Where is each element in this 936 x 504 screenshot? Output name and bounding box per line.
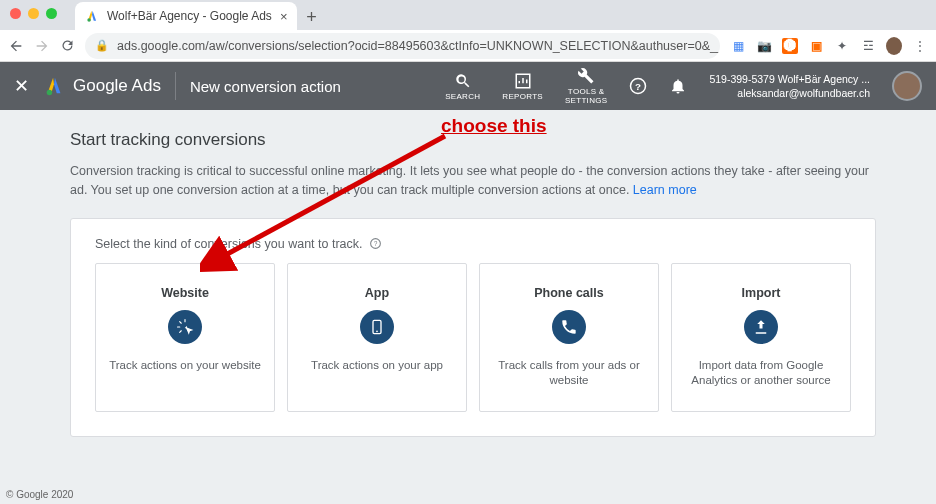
intro-body: Conversion tracking is critical to succe… — [70, 164, 869, 197]
google-ads-header: ✕ Google Ads New conversion action SEARC… — [0, 62, 936, 110]
card-title: Import — [684, 286, 838, 300]
brand-text: Google Ads — [73, 76, 161, 96]
page-content: Start tracking conversions Conversion tr… — [0, 110, 936, 437]
minimize-window-icon[interactable] — [28, 8, 39, 19]
divider — [175, 72, 176, 100]
reload-button[interactable] — [60, 38, 75, 53]
extensions-menu-icon[interactable]: ✦ — [834, 38, 850, 54]
svg-text:?: ? — [635, 81, 641, 92]
help-tooltip-icon[interactable]: ? — [369, 237, 382, 250]
extension-icon[interactable]: 📷 — [756, 38, 772, 54]
svg-point-7 — [376, 330, 378, 332]
back-button[interactable] — [8, 38, 24, 54]
url-text: ads.google.com/aw/conversions/selection?… — [117, 39, 720, 53]
address-bar[interactable]: 🔒 ads.google.com/aw/conversions/selectio… — [85, 33, 720, 59]
tools-button[interactable]: TOOLS & SETTINGS — [565, 67, 607, 105]
tools-icon — [577, 67, 595, 85]
browser-toolbar: 🔒 ads.google.com/aw/conversions/selectio… — [0, 30, 936, 62]
help-icon[interactable]: ? — [629, 77, 647, 95]
cursor-click-icon — [168, 310, 202, 344]
extension-icon[interactable]: ⓿ — [782, 38, 798, 54]
page-title: New conversion action — [190, 78, 341, 95]
extensions-area: ▦ 📷 ⓿ ▣ ✦ ☲ ⋮ — [730, 38, 928, 54]
profile-avatar[interactable] — [886, 38, 902, 54]
conversion-cards: Website Track actions on your website Ap… — [95, 263, 851, 412]
svg-point-1 — [47, 90, 53, 96]
notifications-icon[interactable] — [669, 77, 687, 95]
footer-text: © Google 2020 — [6, 489, 73, 500]
conversion-panel: Select the kind of conversions you want … — [70, 218, 876, 437]
phone-app-icon — [360, 310, 394, 344]
card-app[interactable]: App Track actions on your app — [287, 263, 467, 412]
forward-button[interactable] — [34, 38, 50, 54]
lock-icon: 🔒 — [95, 39, 109, 52]
card-desc: Track calls from your ads or website — [492, 358, 646, 389]
reports-button[interactable]: REPORTS — [502, 72, 543, 101]
reading-list-icon[interactable]: ☲ — [860, 38, 876, 54]
search-icon — [454, 72, 472, 90]
maximize-window-icon[interactable] — [46, 8, 57, 19]
reports-label: REPORTS — [502, 92, 543, 101]
google-ads-logo-icon — [43, 75, 65, 97]
card-title: Website — [108, 286, 262, 300]
account-info[interactable]: 519-399-5379 Wolf+Bär Agency ... aleksan… — [709, 72, 870, 100]
page-heading: Start tracking conversions — [70, 130, 876, 150]
tab-title: Wolf+Bär Agency - Google Ads — [107, 9, 272, 23]
svg-point-0 — [87, 18, 91, 22]
chrome-tab-strip: Wolf+Bär Agency - Google Ads × + — [0, 0, 936, 30]
chrome-menu-icon[interactable]: ⋮ — [912, 38, 928, 54]
close-window-icon[interactable] — [10, 8, 21, 19]
tools-label: TOOLS & SETTINGS — [565, 87, 607, 105]
account-line1: 519-399-5379 Wolf+Bär Agency ... — [709, 72, 870, 86]
upload-icon — [744, 310, 778, 344]
search-button[interactable]: SEARCH — [445, 72, 480, 101]
card-desc: Track actions on your website — [108, 358, 262, 374]
intro-text: Conversion tracking is critical to succe… — [70, 162, 876, 200]
new-tab-button[interactable]: + — [297, 7, 325, 30]
browser-tab[interactable]: Wolf+Bär Agency - Google Ads × — [75, 2, 297, 30]
extension-icon[interactable]: ▣ — [808, 38, 824, 54]
card-phone-calls[interactable]: Phone calls Track calls from your ads or… — [479, 263, 659, 412]
reports-icon — [514, 72, 532, 90]
search-label: SEARCH — [445, 92, 480, 101]
browser-chrome: Wolf+Bär Agency - Google Ads × + 🔒 ads.g… — [0, 0, 936, 62]
account-line2: aleksandar@wolfundbaer.ch — [709, 86, 870, 100]
select-label-text: Select the kind of conversions you want … — [95, 237, 363, 251]
card-website[interactable]: Website Track actions on your website — [95, 263, 275, 412]
learn-more-link[interactable]: Learn more — [633, 183, 697, 197]
card-title: Phone calls — [492, 286, 646, 300]
extension-icon[interactable]: ▦ — [730, 38, 746, 54]
card-desc: Track actions on your app — [300, 358, 454, 374]
google-ads-favicon-icon — [85, 9, 99, 23]
svg-text:?: ? — [373, 240, 377, 247]
select-label: Select the kind of conversions you want … — [95, 237, 851, 251]
avatar[interactable] — [892, 71, 922, 101]
close-icon[interactable]: ✕ — [14, 75, 29, 97]
window-controls — [10, 8, 57, 23]
card-desc: Import data from Google Analytics or ano… — [684, 358, 838, 389]
card-title: App — [300, 286, 454, 300]
phone-icon — [552, 310, 586, 344]
tab-close-icon[interactable]: × — [280, 9, 288, 24]
google-ads-logo[interactable]: Google Ads — [43, 75, 161, 97]
card-import[interactable]: Import Import data from Google Analytics… — [671, 263, 851, 412]
